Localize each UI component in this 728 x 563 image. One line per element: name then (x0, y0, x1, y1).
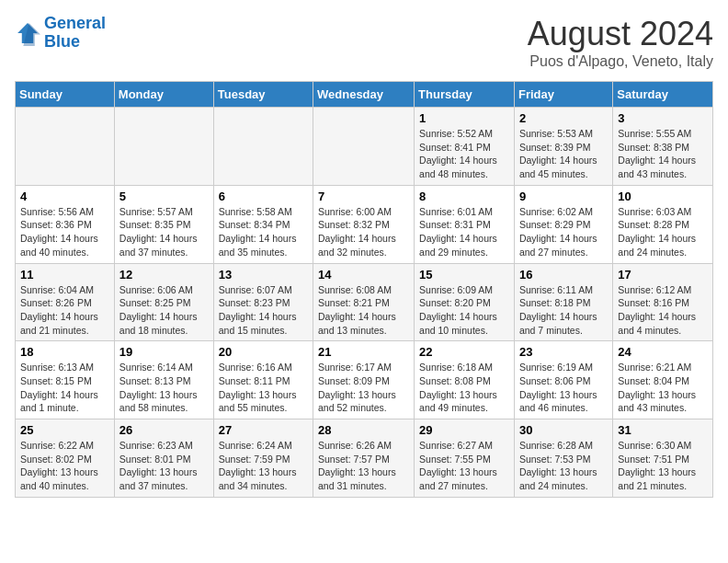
day-info: Sunrise: 6:23 AMSunset: 8:01 PMDaylight:… (119, 439, 209, 493)
day-info: Sunrise: 6:03 AMSunset: 8:28 PMDaylight:… (618, 205, 708, 259)
calendar-cell (114, 108, 213, 186)
day-number: 25 (20, 423, 109, 437)
column-header-thursday: Thursday (415, 82, 515, 108)
day-number: 5 (119, 190, 209, 203)
calendar-cell: 27Sunrise: 6:24 AMSunset: 7:59 PMDayligh… (213, 419, 313, 498)
day-number: 1 (419, 111, 509, 125)
calendar-cell: 15Sunrise: 6:09 AMSunset: 8:20 PMDayligh… (415, 263, 515, 341)
calendar-week-4: 18Sunrise: 6:13 AMSunset: 8:15 PMDayligh… (16, 341, 713, 419)
calendar-title: August 2024 (528, 15, 713, 53)
day-info: Sunrise: 5:58 AMSunset: 8:34 PMDaylight:… (219, 205, 308, 259)
calendar-cell: 31Sunrise: 6:30 AMSunset: 7:51 PMDayligh… (613, 419, 713, 498)
day-number: 18 (20, 345, 109, 359)
calendar-cell: 14Sunrise: 6:08 AMSunset: 8:21 PMDayligh… (313, 263, 415, 341)
calendar-cell: 2Sunrise: 5:53 AMSunset: 8:39 PMDaylight… (514, 108, 612, 186)
day-info: Sunrise: 6:07 AMSunset: 8:23 PMDaylight:… (219, 283, 308, 338)
column-header-monday: Monday (114, 82, 213, 108)
day-number: 13 (219, 268, 308, 282)
logo-icon (15, 20, 40, 46)
day-info: Sunrise: 5:55 AMSunset: 8:38 PMDaylight:… (618, 127, 708, 181)
calendar-cell: 24Sunrise: 6:21 AMSunset: 8:04 PMDayligh… (613, 341, 713, 419)
calendar-cell: 17Sunrise: 6:12 AMSunset: 8:16 PMDayligh… (613, 263, 713, 341)
calendar-cell: 11Sunrise: 6:04 AMSunset: 8:26 PMDayligh… (16, 263, 115, 341)
day-info: Sunrise: 6:01 AMSunset: 8:31 PMDaylight:… (419, 205, 509, 259)
day-info: Sunrise: 6:02 AMSunset: 8:29 PMDaylight:… (519, 205, 608, 259)
calendar-cell: 26Sunrise: 6:23 AMSunset: 8:01 PMDayligh… (114, 419, 213, 498)
day-info: Sunrise: 5:53 AMSunset: 8:39 PMDaylight:… (519, 127, 608, 181)
day-info: Sunrise: 6:00 AMSunset: 8:32 PMDaylight:… (318, 205, 409, 259)
column-header-sunday: Sunday (16, 82, 115, 108)
calendar-header-row: SundayMondayTuesdayWednesdayThursdayFrid… (16, 82, 713, 108)
day-info: Sunrise: 6:08 AMSunset: 8:21 PMDaylight:… (318, 283, 409, 338)
day-number: 23 (519, 345, 608, 359)
day-number: 27 (219, 423, 308, 437)
day-number: 20 (219, 345, 308, 359)
day-number: 7 (318, 190, 409, 203)
day-number: 4 (20, 190, 109, 203)
day-number: 19 (119, 345, 209, 359)
calendar-cell: 18Sunrise: 6:13 AMSunset: 8:15 PMDayligh… (16, 341, 115, 419)
day-number: 10 (618, 190, 708, 203)
calendar-cell: 13Sunrise: 6:07 AMSunset: 8:23 PMDayligh… (213, 263, 313, 341)
day-info: Sunrise: 6:18 AMSunset: 8:08 PMDaylight:… (419, 361, 509, 415)
day-number: 12 (119, 268, 209, 282)
calendar-cell: 20Sunrise: 6:16 AMSunset: 8:11 PMDayligh… (213, 341, 313, 419)
day-number: 6 (219, 190, 308, 203)
day-info: Sunrise: 6:06 AMSunset: 8:25 PMDaylight:… (119, 283, 209, 338)
day-number: 3 (618, 111, 708, 125)
day-number: 21 (318, 345, 409, 359)
day-number: 22 (419, 345, 509, 359)
calendar-cell (16, 108, 115, 186)
day-info: Sunrise: 6:28 AMSunset: 7:53 PMDaylight:… (519, 439, 608, 493)
day-number: 26 (119, 423, 209, 437)
calendar-cell: 12Sunrise: 6:06 AMSunset: 8:25 PMDayligh… (114, 263, 213, 341)
calendar-cell: 10Sunrise: 6:03 AMSunset: 8:28 PMDayligh… (613, 185, 713, 263)
calendar-cell: 1Sunrise: 5:52 AMSunset: 8:41 PMDaylight… (415, 108, 515, 186)
calendar-cell (213, 108, 313, 186)
day-number: 14 (318, 268, 409, 282)
day-number: 30 (519, 423, 608, 437)
day-info: Sunrise: 6:11 AMSunset: 8:18 PMDaylight:… (519, 283, 608, 338)
calendar-cell: 5Sunrise: 5:57 AMSunset: 8:35 PMDaylight… (114, 185, 213, 263)
day-info: Sunrise: 6:19 AMSunset: 8:06 PMDaylight:… (519, 361, 608, 415)
day-info: Sunrise: 6:30 AMSunset: 7:51 PMDaylight:… (618, 439, 708, 493)
day-info: Sunrise: 6:27 AMSunset: 7:55 PMDaylight:… (419, 439, 509, 493)
calendar-table: SundayMondayTuesdayWednesdayThursdayFrid… (15, 81, 713, 498)
day-number: 24 (618, 345, 708, 359)
day-info: Sunrise: 6:26 AMSunset: 7:57 PMDaylight:… (318, 439, 409, 493)
day-info: Sunrise: 5:52 AMSunset: 8:41 PMDaylight:… (419, 127, 509, 181)
page-header: General Blue August 2024 Puos d'Alpago, … (15, 15, 713, 70)
logo: General Blue (15, 15, 106, 52)
column-header-friday: Friday (514, 82, 612, 108)
column-header-wednesday: Wednesday (313, 82, 415, 108)
day-number: 8 (419, 190, 509, 203)
column-header-saturday: Saturday (613, 82, 713, 108)
calendar-cell: 9Sunrise: 6:02 AMSunset: 8:29 PMDaylight… (514, 185, 612, 263)
calendar-cell: 19Sunrise: 6:14 AMSunset: 8:13 PMDayligh… (114, 341, 213, 419)
day-info: Sunrise: 6:22 AMSunset: 8:02 PMDaylight:… (20, 439, 109, 493)
day-number: 9 (519, 190, 608, 203)
calendar-week-1: 1Sunrise: 5:52 AMSunset: 8:41 PMDaylight… (16, 108, 713, 186)
calendar-subtitle: Puos d'Alpago, Veneto, Italy (528, 53, 713, 70)
calendar-cell: 23Sunrise: 6:19 AMSunset: 8:06 PMDayligh… (514, 341, 612, 419)
logo-text: General Blue (44, 15, 106, 52)
day-info: Sunrise: 6:24 AMSunset: 7:59 PMDaylight:… (219, 439, 308, 493)
calendar-cell: 25Sunrise: 6:22 AMSunset: 8:02 PMDayligh… (16, 419, 115, 498)
calendar-cell: 4Sunrise: 5:56 AMSunset: 8:36 PMDaylight… (16, 185, 115, 263)
day-info: Sunrise: 5:56 AMSunset: 8:36 PMDaylight:… (20, 205, 109, 259)
day-number: 2 (519, 111, 608, 125)
day-number: 11 (20, 268, 109, 282)
calendar-cell: 28Sunrise: 6:26 AMSunset: 7:57 PMDayligh… (313, 419, 415, 498)
calendar-cell: 29Sunrise: 6:27 AMSunset: 7:55 PMDayligh… (415, 419, 515, 498)
day-number: 15 (419, 268, 509, 282)
day-number: 31 (618, 423, 708, 437)
day-info: Sunrise: 6:14 AMSunset: 8:13 PMDaylight:… (119, 361, 209, 415)
calendar-cell: 16Sunrise: 6:11 AMSunset: 8:18 PMDayligh… (514, 263, 612, 341)
calendar-cell (313, 108, 415, 186)
day-info: Sunrise: 6:09 AMSunset: 8:20 PMDaylight:… (419, 283, 509, 338)
day-number: 29 (419, 423, 509, 437)
calendar-week-5: 25Sunrise: 6:22 AMSunset: 8:02 PMDayligh… (16, 419, 713, 498)
calendar-cell: 22Sunrise: 6:18 AMSunset: 8:08 PMDayligh… (415, 341, 515, 419)
column-header-tuesday: Tuesday (213, 82, 313, 108)
day-info: Sunrise: 5:57 AMSunset: 8:35 PMDaylight:… (119, 205, 209, 259)
